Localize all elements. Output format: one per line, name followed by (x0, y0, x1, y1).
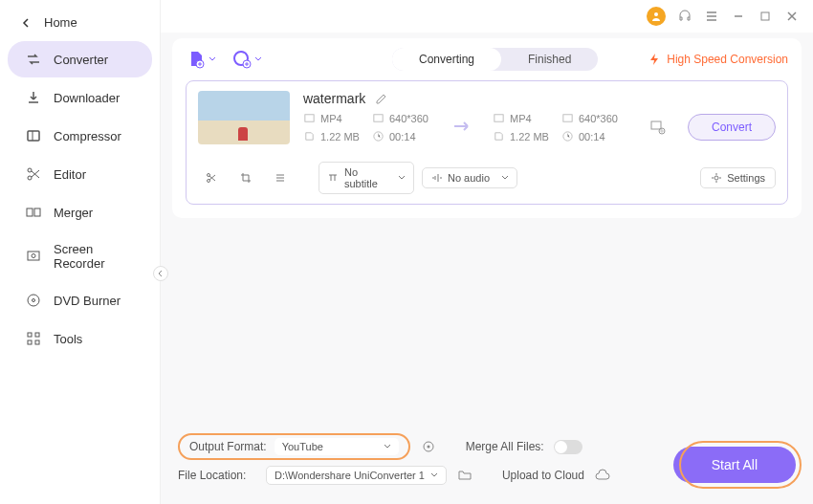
sidebar-item-label: Downloader (54, 91, 120, 105)
lightning-icon (648, 53, 661, 66)
svg-rect-22 (563, 115, 572, 121)
gear-icon (711, 172, 722, 184)
start-all-button[interactable]: Start All (673, 447, 796, 483)
video-thumbnail[interactable] (198, 91, 290, 144)
sidebar-item-label: Tools (54, 332, 82, 346)
user-avatar[interactable] (647, 7, 666, 26)
dst-resolution: 640*360 (561, 112, 621, 124)
svg-rect-9 (28, 333, 32, 337)
format-settings-icon[interactable] (420, 438, 437, 455)
svg-rect-14 (761, 12, 769, 20)
more-icon[interactable] (267, 166, 294, 189)
output-format-group: Output Format: YouTube (178, 433, 410, 460)
subtitle-dropdown[interactable]: No subtitle (319, 162, 414, 194)
svg-rect-19 (374, 115, 383, 121)
src-format: MP4 (303, 112, 363, 124)
audio-dropdown[interactable]: No audio (422, 167, 517, 188)
sidebar-item-merger[interactable]: Merger (8, 194, 152, 230)
compress-icon (25, 127, 42, 144)
svg-rect-3 (27, 208, 33, 216)
converter-icon (25, 51, 42, 68)
download-icon (25, 89, 42, 106)
cloud-icon[interactable] (594, 467, 611, 484)
tab-finished[interactable]: Finished (501, 48, 598, 71)
item-settings-button[interactable]: Settings (700, 167, 776, 188)
svg-point-28 (714, 176, 718, 180)
merge-label: Merge All Files: (466, 440, 544, 453)
svg-rect-5 (28, 252, 39, 260)
svg-rect-0 (28, 131, 39, 141)
file-item: watermark MP4 1.22 MB 640*360 00:14 (186, 80, 788, 205)
sidebar-item-downloader[interactable]: Downloader (8, 79, 152, 116)
svg-rect-4 (34, 208, 40, 216)
svg-point-1 (28, 168, 32, 172)
svg-point-6 (32, 254, 35, 258)
svg-rect-10 (35, 333, 39, 337)
sidebar-item-label: Editor (54, 167, 86, 182)
sidebar-item-label: Compressor (54, 129, 121, 143)
svg-point-7 (28, 295, 39, 306)
tab-converting[interactable]: Converting (392, 48, 501, 71)
sidebar-item-dvd-burner[interactable]: DVD Burner (8, 282, 152, 318)
dst-duration: 00:14 (561, 130, 621, 142)
svg-point-13 (654, 12, 658, 16)
output-format-dropdown[interactable]: YouTube (275, 438, 399, 455)
sidebar-item-screen-recorder[interactable]: Screen Recorder (8, 232, 152, 280)
back-home[interactable]: Home (0, 8, 160, 39)
svg-point-8 (33, 299, 35, 302)
high-speed-conversion[interactable]: High Speed Conversion (648, 53, 788, 66)
grid-icon (25, 330, 42, 347)
sidebar-item-label: Converter (54, 53, 108, 67)
sidebar-item-label: Screen Recorder (54, 242, 135, 271)
add-url-button[interactable] (231, 49, 262, 70)
sidebar-item-compressor[interactable]: Compressor (8, 118, 152, 154)
back-label: Home (44, 15, 77, 30)
file-location-dropdown[interactable]: D:\Wondershare UniConverter 1 (266, 466, 447, 485)
file-name: watermark (303, 91, 365, 106)
src-size: 1.22 MB (303, 130, 363, 142)
src-resolution: 640*360 (372, 112, 431, 124)
open-folder-icon[interactable] (456, 467, 473, 484)
convert-button[interactable]: Convert (688, 114, 776, 141)
sidebar-item-converter[interactable]: Converter (8, 41, 152, 77)
svg-rect-24 (651, 121, 661, 129)
audio-icon (430, 172, 442, 184)
src-duration: 00:14 (372, 130, 431, 142)
merge-icon (25, 204, 42, 221)
upload-label: Upload to Cloud (502, 469, 584, 482)
collapse-sidebar[interactable] (153, 266, 168, 281)
dst-size: 1.22 MB (493, 130, 552, 142)
output-settings-icon[interactable] (649, 119, 667, 136)
status-tabs: Converting Finished (392, 48, 598, 71)
svg-rect-18 (305, 115, 314, 121)
close-icon[interactable] (784, 9, 800, 24)
dst-format: MP4 (493, 112, 552, 124)
crop-icon[interactable] (232, 166, 259, 189)
svg-rect-11 (28, 340, 32, 344)
file-location-label: File Location: (178, 469, 256, 482)
sidebar-item-label: DVD Burner (54, 294, 121, 308)
titlebar (161, 0, 813, 33)
scissors-icon (25, 165, 42, 183)
add-file-button[interactable] (186, 49, 216, 70)
sidebar-item-label: Merger (54, 206, 93, 220)
merge-toggle[interactable] (554, 440, 582, 454)
sidebar-item-editor[interactable]: Editor (8, 156, 152, 192)
trim-icon[interactable] (198, 166, 225, 189)
minimize-icon[interactable] (731, 9, 746, 24)
menu-icon[interactable] (704, 9, 719, 24)
sidebar-item-tools[interactable]: Tools (8, 320, 152, 357)
arrow-icon (441, 119, 483, 137)
edit-name-icon[interactable] (375, 92, 388, 105)
svg-point-2 (28, 176, 32, 180)
svg-point-30 (427, 446, 429, 449)
svg-rect-21 (494, 115, 503, 121)
headset-icon[interactable] (677, 9, 692, 24)
maximize-icon[interactable] (758, 9, 773, 24)
subtitle-icon (327, 172, 339, 184)
svg-rect-12 (35, 340, 39, 344)
record-icon (25, 248, 42, 265)
disc-icon (25, 292, 42, 309)
output-format-label: Output Format: (189, 440, 267, 453)
